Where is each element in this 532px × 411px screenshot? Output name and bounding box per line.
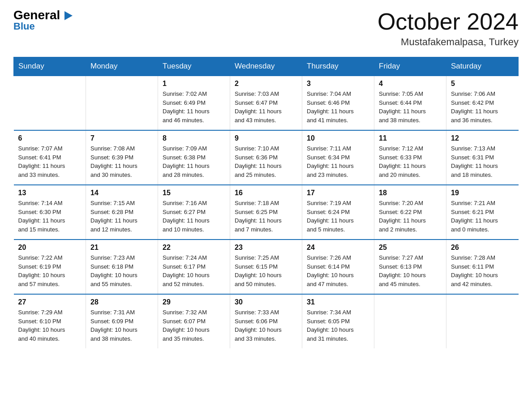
location: Mustafakemalpasa, Turkey [378, 36, 519, 48]
day-info: Sunrise: 7:06 AMSunset: 6:42 PMDaylight:… [451, 90, 514, 124]
day-info: Sunrise: 7:08 AMSunset: 6:39 PMDaylight:… [90, 144, 153, 179]
day-info: Sunrise: 7:16 AMSunset: 6:27 PMDaylight:… [163, 199, 225, 234]
day-number: 25 [379, 244, 442, 252]
day-number: 18 [379, 189, 442, 197]
day-number: 23 [235, 244, 297, 252]
calendar-cell: 7Sunrise: 7:08 AMSunset: 6:39 PMDaylight… [86, 130, 158, 185]
day-info: Sunrise: 7:24 AMSunset: 6:17 PMDaylight:… [163, 253, 225, 288]
day-info: Sunrise: 7:10 AMSunset: 6:36 PMDaylight:… [235, 144, 297, 179]
day-info: Sunrise: 7:04 AMSunset: 6:46 PMDaylight:… [307, 90, 369, 124]
col-friday: Friday [374, 57, 446, 76]
calendar-week-1: 1Sunrise: 7:02 AMSunset: 6:49 PMDaylight… [14, 76, 519, 130]
day-number: 9 [235, 134, 297, 142]
col-tuesday: Tuesday [158, 57, 230, 76]
day-number: 13 [18, 189, 82, 197]
day-number: 26 [451, 244, 514, 252]
col-wednesday: Wednesday [230, 57, 302, 76]
day-number: 14 [90, 189, 153, 197]
day-info: Sunrise: 7:02 AMSunset: 6:49 PMDaylight:… [163, 90, 225, 124]
day-info: Sunrise: 7:33 AMSunset: 6:06 PMDaylight:… [235, 308, 297, 343]
day-number: 27 [18, 298, 82, 306]
calendar-week-5: 27Sunrise: 7:29 AMSunset: 6:10 PMDayligh… [14, 294, 519, 348]
calendar-cell: 27Sunrise: 7:29 AMSunset: 6:10 PMDayligh… [14, 294, 86, 348]
day-number: 24 [307, 244, 369, 252]
calendar-cell: 21Sunrise: 7:23 AMSunset: 6:18 PMDayligh… [86, 240, 158, 294]
day-number: 19 [451, 189, 514, 197]
calendar-cell: 2Sunrise: 7:03 AMSunset: 6:47 PMDaylight… [230, 76, 302, 130]
day-number: 5 [451, 80, 514, 88]
title-section: October 2024 Mustafakemalpasa, Turkey [378, 9, 519, 48]
calendar-cell: 11Sunrise: 7:12 AMSunset: 6:33 PMDayligh… [374, 130, 446, 185]
calendar-cell: 31Sunrise: 7:34 AMSunset: 6:05 PMDayligh… [302, 294, 374, 348]
calendar-cell: 25Sunrise: 7:27 AMSunset: 6:13 PMDayligh… [374, 240, 446, 294]
day-number: 17 [307, 189, 369, 197]
logo-general: General [13, 9, 64, 21]
day-info: Sunrise: 7:13 AMSunset: 6:31 PMDaylight:… [451, 144, 514, 179]
day-number: 3 [307, 80, 369, 88]
day-number: 8 [163, 134, 225, 142]
header-row: Sunday Monday Tuesday Wednesday Thursday… [14, 57, 519, 76]
calendar-cell: 6Sunrise: 7:07 AMSunset: 6:41 PMDaylight… [14, 130, 86, 185]
day-info: Sunrise: 7:20 AMSunset: 6:22 PMDaylight:… [379, 199, 442, 234]
day-number: 7 [90, 134, 153, 142]
calendar-cell [86, 76, 158, 130]
svg-marker-0 [64, 11, 73, 20]
calendar-cell: 14Sunrise: 7:15 AMSunset: 6:28 PMDayligh… [86, 185, 158, 240]
day-info: Sunrise: 7:03 AMSunset: 6:47 PMDaylight:… [235, 90, 297, 124]
day-number: 4 [379, 80, 442, 88]
day-info: Sunrise: 7:22 AMSunset: 6:19 PMDaylight:… [18, 253, 82, 288]
day-number: 10 [307, 134, 369, 142]
calendar-cell: 22Sunrise: 7:24 AMSunset: 6:17 PMDayligh… [158, 240, 230, 294]
day-number: 20 [18, 244, 82, 252]
calendar-cell: 16Sunrise: 7:18 AMSunset: 6:25 PMDayligh… [230, 185, 302, 240]
day-number: 31 [307, 298, 369, 306]
calendar-body: 1Sunrise: 7:02 AMSunset: 6:49 PMDaylight… [14, 76, 519, 348]
day-info: Sunrise: 7:32 AMSunset: 6:07 PMDaylight:… [163, 308, 225, 343]
calendar-cell: 20Sunrise: 7:22 AMSunset: 6:19 PMDayligh… [14, 240, 86, 294]
col-monday: Monday [86, 57, 158, 76]
col-saturday: Saturday [446, 57, 519, 76]
logo-blue: Blue [13, 21, 35, 32]
day-number: 28 [90, 298, 153, 306]
calendar-week-2: 6Sunrise: 7:07 AMSunset: 6:41 PMDaylight… [14, 130, 519, 185]
day-number: 22 [163, 244, 225, 252]
day-number: 11 [379, 134, 442, 142]
day-number: 16 [235, 189, 297, 197]
day-info: Sunrise: 7:27 AMSunset: 6:13 PMDaylight:… [379, 253, 442, 288]
calendar-cell [374, 294, 446, 348]
calendar-cell: 10Sunrise: 7:11 AMSunset: 6:34 PMDayligh… [302, 130, 374, 185]
calendar-cell: 9Sunrise: 7:10 AMSunset: 6:36 PMDaylight… [230, 130, 302, 185]
day-info: Sunrise: 7:28 AMSunset: 6:11 PMDaylight:… [451, 253, 514, 288]
day-info: Sunrise: 7:15 AMSunset: 6:28 PMDaylight:… [90, 199, 153, 234]
calendar-cell: 1Sunrise: 7:02 AMSunset: 6:49 PMDaylight… [158, 76, 230, 130]
calendar-cell: 12Sunrise: 7:13 AMSunset: 6:31 PMDayligh… [446, 130, 519, 185]
day-number: 6 [18, 134, 82, 142]
day-info: Sunrise: 7:19 AMSunset: 6:24 PMDaylight:… [307, 199, 369, 234]
day-number: 15 [163, 189, 225, 197]
day-info: Sunrise: 7:12 AMSunset: 6:33 PMDaylight:… [379, 144, 442, 179]
calendar-cell: 17Sunrise: 7:19 AMSunset: 6:24 PMDayligh… [302, 185, 374, 240]
calendar-week-3: 13Sunrise: 7:14 AMSunset: 6:30 PMDayligh… [14, 185, 519, 240]
page-header: General Blue October 2024 Mustafakemalpa… [13, 9, 519, 48]
day-info: Sunrise: 7:07 AMSunset: 6:41 PMDaylight:… [18, 144, 82, 179]
calendar-cell: 30Sunrise: 7:33 AMSunset: 6:06 PMDayligh… [230, 294, 302, 348]
day-info: Sunrise: 7:29 AMSunset: 6:10 PMDaylight:… [18, 308, 82, 343]
col-sunday: Sunday [14, 57, 86, 76]
day-info: Sunrise: 7:11 AMSunset: 6:34 PMDaylight:… [307, 144, 369, 179]
calendar-cell: 8Sunrise: 7:09 AMSunset: 6:38 PMDaylight… [158, 130, 230, 185]
calendar-cell: 4Sunrise: 7:05 AMSunset: 6:44 PMDaylight… [374, 76, 446, 130]
calendar-cell [14, 76, 86, 130]
calendar-cell: 13Sunrise: 7:14 AMSunset: 6:30 PMDayligh… [14, 185, 86, 240]
calendar-cell: 19Sunrise: 7:21 AMSunset: 6:21 PMDayligh… [446, 185, 519, 240]
day-info: Sunrise: 7:18 AMSunset: 6:25 PMDaylight:… [235, 199, 297, 234]
day-info: Sunrise: 7:34 AMSunset: 6:05 PMDaylight:… [307, 308, 369, 343]
calendar-week-4: 20Sunrise: 7:22 AMSunset: 6:19 PMDayligh… [14, 240, 519, 294]
day-number: 21 [90, 244, 153, 252]
day-number: 29 [163, 298, 225, 306]
calendar-cell: 24Sunrise: 7:26 AMSunset: 6:14 PMDayligh… [302, 240, 374, 294]
day-number: 12 [451, 134, 514, 142]
calendar-header: Sunday Monday Tuesday Wednesday Thursday… [14, 57, 519, 76]
calendar-cell: 5Sunrise: 7:06 AMSunset: 6:42 PMDaylight… [446, 76, 519, 130]
calendar-cell: 26Sunrise: 7:28 AMSunset: 6:11 PMDayligh… [446, 240, 519, 294]
calendar-cell: 28Sunrise: 7:31 AMSunset: 6:09 PMDayligh… [86, 294, 158, 348]
